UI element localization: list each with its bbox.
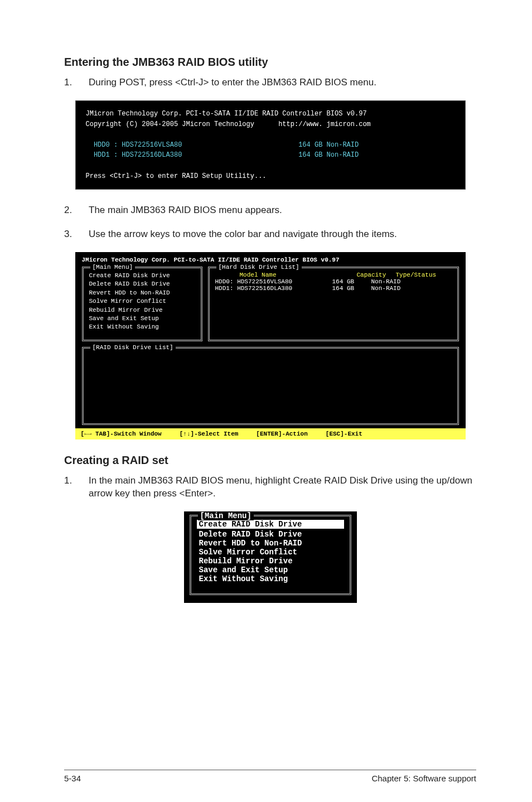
hdd-type: Non-RAID	[371, 278, 427, 285]
page-footer: 5-34 Chapter 5: Software support	[64, 770, 476, 783]
hdr-cap: Capacity	[357, 272, 396, 278]
main-menu-panel: [Main Menu] Create RAID Disk Drive Delet…	[82, 267, 202, 341]
menu-item[interactable]: Delete RAID Disk Drive	[197, 530, 344, 539]
footer-hint: [ENTER]-Action	[256, 431, 307, 437]
post-line: Copyright (C) 2004-2005 JMicron Technolo…	[86, 120, 254, 128]
page-number: 5-34	[64, 774, 81, 783]
step-number: 3.	[64, 228, 89, 241]
panel-title: [Main Menu]	[198, 511, 254, 520]
menu-item[interactable]: Save and Exit Setup	[197, 566, 344, 574]
post-press: Press <Ctrl-J> to enter RAID Setup Utili…	[86, 172, 267, 180]
menu-item[interactable]: Rebuild Mirror Drive	[197, 557, 344, 566]
bios-menu-screenshot: JMicron Technology Corp. PCI-to-SATA II/…	[75, 252, 466, 439]
menu-item[interactable]: Exit Without Saving	[89, 323, 195, 331]
step-3-entering: 3. Use the arrow keys to move the color …	[64, 228, 476, 241]
menu-item[interactable]: Create RAID Disk Drive	[89, 272, 195, 280]
step-text: Use the arrow keys to move the color bar…	[89, 228, 476, 241]
post-hdd1: HDD1 : HDS722516DLA380	[86, 151, 182, 159]
bios-top-row: [Main Menu] Create RAID Disk Drive Delet…	[82, 267, 459, 341]
step-1-entering: 1. During POST, press <Ctrl-J> to enter …	[64, 76, 476, 89]
step-number: 2.	[64, 204, 89, 217]
panel-title: [Main Menu]	[90, 264, 136, 270]
menu-item[interactable]: Save and Exit Setup	[89, 315, 195, 323]
hdd-model: HDD0: HDS722516VLSA80	[215, 278, 332, 285]
post-screen-content: JMicron Technology Corp. PCI-to-SATA II/…	[76, 101, 465, 189]
hdd-type: Non-RAID	[371, 285, 427, 292]
hdr-type: Type/Status	[396, 272, 452, 278]
step-text: In the main JMB363 RAID BIOS menu, highl…	[89, 475, 476, 500]
heading-entering: Entering the JMB363 RAID BIOS utility	[64, 56, 476, 69]
footer-hint: [ESC]-Exit	[326, 431, 362, 437]
step-text: The main JMB363 RAID BIOS menu appears.	[89, 204, 476, 217]
hdd-row: HDD0: HDS722516VLSA80 164 GB Non-RAID	[215, 278, 452, 285]
menu-item[interactable]: Revert HDD to Non-RAID	[89, 289, 195, 297]
panel-title: [RAID Disk Drive List]	[90, 344, 176, 351]
mini-menu-screenshot: [Main Menu] Create RAID Disk Drive Delet…	[184, 511, 357, 603]
menu-item[interactable]: Delete RAID Disk Drive	[89, 280, 195, 288]
step-text: During POST, press <Ctrl-J> to enter the…	[89, 76, 476, 89]
step-number: 1.	[64, 76, 89, 89]
step-number: 1.	[64, 475, 89, 500]
footer-hint: [↑↓]-Select Item	[180, 431, 239, 437]
hdd-model: HDD1: HDS722516DLA380	[215, 285, 332, 292]
menu-item[interactable]: Solve Mirror Conflict	[197, 548, 344, 557]
menu-item[interactable]: Exit Without Saving	[197, 574, 344, 583]
panel-title: [Hard Disk Drive List]	[216, 264, 302, 270]
hdr-model: Model Name	[215, 272, 357, 278]
mini-menu-panel: [Main Menu] Create RAID Disk Drive Delet…	[190, 515, 351, 595]
chapter-label: Chapter 5: Software support	[371, 774, 476, 783]
hdd-list-panel: [Hard Disk Drive List] Model Name Capaci…	[208, 267, 459, 341]
step-2-entering: 2. The main JMB363 RAID BIOS menu appear…	[64, 204, 476, 217]
menu-item-selected[interactable]: Create RAID Disk Drive	[197, 520, 344, 529]
post-hdd0: HDD0 : HDS722516VLSA80	[86, 141, 182, 149]
menu-item[interactable]: Revert HDD to Non-RAID	[197, 539, 344, 548]
post-line: http://www. jmicron.com	[278, 120, 371, 128]
post-screen: JMicron Technology Corp. PCI-to-SATA II/…	[75, 100, 466, 190]
hdd-cap: 164 GB	[332, 285, 371, 292]
menu-item[interactable]: Rebuild Mirror Drive	[89, 306, 195, 315]
heading-creating: Creating a RAID set	[64, 454, 476, 467]
bios-footer: [←→ TAB]-Switch Window [↑↓]-Select Item …	[75, 428, 466, 439]
step-1-creating: 1. In the main JMB363 RAID BIOS menu, hi…	[64, 475, 476, 500]
bios-title: JMicron Technology Corp. PCI-to-SATA II/…	[82, 257, 459, 263]
hdd-header: Model Name Capacity Type/Status	[215, 272, 452, 278]
bios-outer: JMicron Technology Corp. PCI-to-SATA II/…	[75, 252, 466, 428]
hdd-row: HDD1: HDS722516DLA380 164 GB Non-RAID	[215, 285, 452, 292]
page: Entering the JMB363 RAID BIOS utility 1.…	[0, 0, 532, 802]
footer-hint: [←→ TAB]-Switch Window	[81, 431, 162, 437]
post-hdd1-cap: 164 GB Non-RAID	[298, 151, 359, 159]
post-hdd0-cap: 164 GB Non-RAID	[298, 141, 359, 149]
hdd-cap: 164 GB	[332, 278, 371, 285]
raid-list-panel: [RAID Disk Drive List]	[82, 347, 459, 425]
post-line: JMicron Technology Corp. PCI-to-SATA II/…	[86, 110, 367, 118]
menu-item[interactable]: Solve Mirror Conflict	[89, 297, 195, 306]
